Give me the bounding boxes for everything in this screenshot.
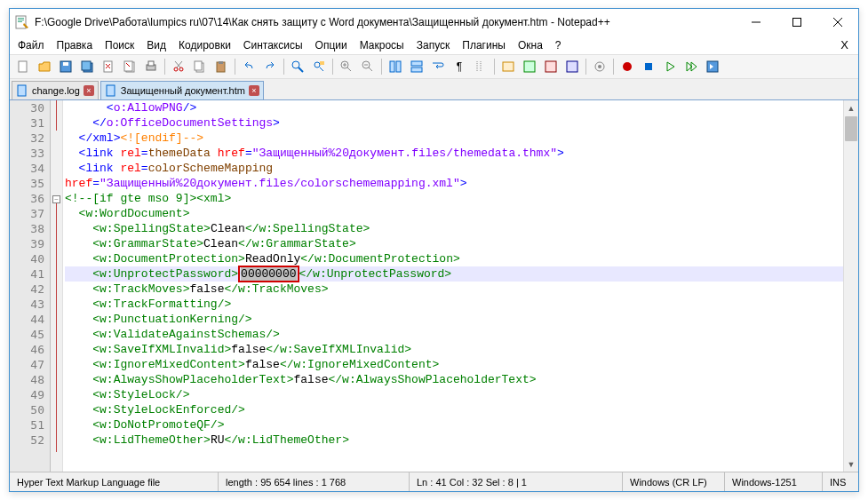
replace-icon[interactable] bbox=[309, 57, 329, 76]
svg-point-52 bbox=[623, 62, 632, 71]
svg-rect-40 bbox=[390, 61, 394, 72]
menu-plugins[interactable]: Плагины bbox=[456, 37, 512, 53]
sync-v-icon[interactable] bbox=[386, 57, 405, 76]
menu-file[interactable]: Файл bbox=[12, 37, 51, 53]
svg-line-36 bbox=[347, 67, 351, 71]
record-icon[interactable] bbox=[617, 57, 637, 76]
close-icon[interactable]: × bbox=[84, 85, 94, 96]
play-icon[interactable] bbox=[660, 57, 680, 76]
svg-rect-42 bbox=[411, 61, 422, 66]
svg-rect-12 bbox=[82, 61, 91, 70]
redo-icon[interactable] bbox=[260, 57, 280, 76]
status-insert-mode[interactable]: INS bbox=[823, 472, 858, 491]
menu-run[interactable]: Запуск bbox=[410, 37, 457, 53]
close-button[interactable] bbox=[817, 9, 858, 36]
svg-rect-2 bbox=[18, 20, 24, 20]
tab-label: change.log bbox=[32, 85, 80, 96]
svg-rect-28 bbox=[219, 61, 223, 64]
print-icon[interactable] bbox=[141, 57, 161, 76]
play-multi-icon[interactable] bbox=[681, 57, 701, 76]
scrollbar-thumb[interactable] bbox=[845, 116, 857, 141]
open-file-icon[interactable] bbox=[35, 57, 54, 76]
menubar-x-button[interactable]: X bbox=[838, 38, 856, 52]
sync-h-icon[interactable] bbox=[407, 57, 426, 76]
svg-rect-41 bbox=[396, 61, 401, 72]
separator-icon bbox=[283, 59, 284, 75]
minimize-button[interactable] bbox=[736, 9, 776, 36]
menubar: Файл Правка Поиск Вид Кодировки Синтакси… bbox=[10, 36, 858, 54]
folder-view-icon[interactable] bbox=[562, 57, 582, 76]
svg-rect-43 bbox=[411, 67, 422, 72]
menu-help[interactable]: ? bbox=[549, 37, 568, 53]
svg-rect-20 bbox=[148, 61, 154, 66]
svg-rect-3 bbox=[18, 21, 22, 22]
scroll-up-icon[interactable]: ▲ bbox=[844, 100, 858, 115]
copy-icon[interactable] bbox=[190, 57, 210, 76]
svg-point-31 bbox=[315, 62, 320, 67]
tab-label: Защищенный документ.htm bbox=[121, 85, 245, 96]
window: F:\Google Drive\Работа\lumpics ru\07\14\… bbox=[9, 8, 859, 492]
menu-search[interactable]: Поиск bbox=[99, 37, 140, 53]
maximize-button[interactable] bbox=[776, 9, 817, 36]
svg-rect-56 bbox=[107, 85, 115, 96]
svg-rect-49 bbox=[567, 61, 577, 72]
paste-icon[interactable] bbox=[211, 57, 231, 76]
app-icon bbox=[15, 15, 29, 29]
svg-rect-26 bbox=[195, 61, 202, 70]
lang-icon[interactable] bbox=[498, 57, 518, 76]
status-eol[interactable]: Windows (CR LF) bbox=[623, 472, 725, 491]
stop-icon[interactable] bbox=[639, 57, 658, 76]
svg-point-51 bbox=[598, 65, 601, 68]
monitoring-icon[interactable] bbox=[590, 57, 609, 76]
menu-view[interactable]: Вид bbox=[140, 37, 172, 53]
find-icon[interactable] bbox=[288, 57, 307, 76]
svg-point-22 bbox=[179, 67, 183, 71]
save-macro-icon[interactable] bbox=[703, 57, 722, 76]
separator-icon bbox=[164, 59, 165, 75]
tab-protected-doc[interactable]: Защищенный документ.htm × bbox=[100, 81, 264, 99]
indent-guide-icon[interactable] bbox=[471, 57, 490, 76]
separator-icon bbox=[332, 59, 333, 75]
file-icon bbox=[16, 84, 28, 97]
svg-rect-17 bbox=[124, 61, 132, 71]
menu-encoding[interactable]: Кодировки bbox=[172, 37, 237, 53]
svg-rect-55 bbox=[18, 85, 26, 96]
undo-icon[interactable] bbox=[239, 57, 259, 76]
tab-changelog[interactable]: change.log × bbox=[12, 81, 99, 99]
zoom-in-icon[interactable] bbox=[337, 57, 356, 76]
svg-point-21 bbox=[174, 67, 178, 71]
func-list-icon[interactable] bbox=[541, 57, 561, 76]
svg-rect-8 bbox=[19, 61, 27, 72]
tabbar: change.log × Защищенный документ.htm × bbox=[10, 79, 858, 99]
menu-windows[interactable]: Окна bbox=[512, 37, 549, 53]
close-file-icon[interactable] bbox=[99, 57, 118, 76]
menu-edit[interactable]: Правка bbox=[51, 37, 100, 53]
cut-icon[interactable] bbox=[169, 57, 188, 76]
save-all-icon[interactable] bbox=[77, 57, 97, 76]
separator-icon bbox=[585, 59, 586, 75]
close-all-icon[interactable] bbox=[120, 57, 139, 76]
menu-macros[interactable]: Макросы bbox=[354, 37, 410, 53]
status-encoding[interactable]: Windows-1251 bbox=[725, 472, 823, 491]
save-icon[interactable] bbox=[56, 57, 76, 76]
separator-icon bbox=[613, 59, 614, 75]
menu-syntax[interactable]: Синтаксисы bbox=[237, 37, 309, 53]
titlebar: F:\Google Drive\Работа\lumpics ru\07\14\… bbox=[10, 9, 858, 36]
wordwrap-icon[interactable] bbox=[428, 57, 448, 76]
show-chars-icon[interactable]: ¶ bbox=[450, 57, 469, 76]
zoom-out-icon[interactable] bbox=[358, 57, 378, 76]
statusbar: Hyper Text Markup Language file length :… bbox=[10, 472, 858, 491]
svg-rect-32 bbox=[320, 61, 324, 65]
svg-rect-48 bbox=[545, 61, 556, 72]
doc-map-icon[interactable] bbox=[520, 57, 539, 76]
scroll-down-icon[interactable]: ▼ bbox=[844, 456, 858, 472]
menu-options[interactable]: Опции bbox=[309, 37, 354, 53]
vertical-scrollbar[interactable]: ▲ ▼ bbox=[843, 100, 858, 472]
status-length: length : 95 654 lines : 1 768 bbox=[219, 472, 410, 491]
fold-toggle-icon[interactable]: − bbox=[52, 195, 60, 203]
editor[interactable]: 3031323334353637383940414243444546474849… bbox=[10, 99, 858, 472]
code-area[interactable]: <o:AllowPNG/> </o:OfficeDocumentSettings… bbox=[63, 100, 843, 472]
new-file-icon[interactable] bbox=[13, 57, 33, 76]
close-icon[interactable]: × bbox=[249, 85, 259, 96]
svg-line-30 bbox=[299, 67, 303, 72]
